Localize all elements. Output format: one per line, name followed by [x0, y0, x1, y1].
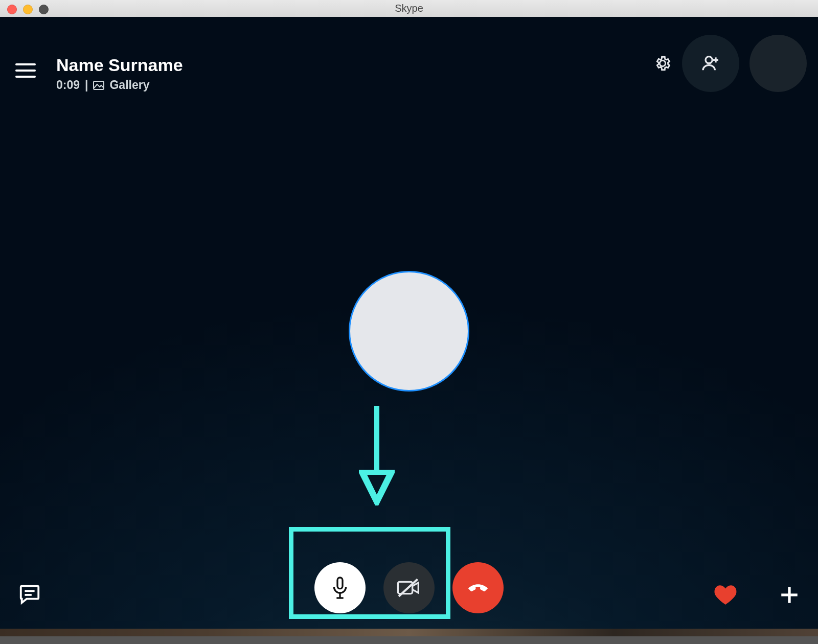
add-participant-button[interactable] — [682, 35, 739, 92]
open-chat-button[interactable] — [18, 582, 41, 606]
view-mode-label[interactable]: Gallery — [109, 78, 149, 92]
meta-separator: | — [85, 78, 88, 92]
heart-icon — [712, 582, 739, 606]
window-titlebar: Skype — [0, 0, 818, 17]
call-duration: 0:09 — [56, 78, 80, 92]
call-controls — [314, 562, 504, 613]
more-actions-button[interactable] — [779, 584, 800, 606]
window-title: Skype — [0, 3, 818, 14]
call-meta: 0:09 | Gallery — [56, 78, 149, 92]
svg-rect-11 — [337, 578, 343, 589]
menu-button[interactable] — [15, 63, 36, 78]
toggle-camera-button[interactable] — [383, 562, 435, 613]
gallery-icon — [93, 81, 104, 90]
self-preview[interactable] — [749, 35, 807, 92]
annotation-arrow — [359, 403, 395, 505]
settings-button[interactable] — [653, 54, 672, 73]
microphone-icon — [330, 576, 350, 600]
contact-name: Name Surname — [56, 55, 183, 75]
add-person-icon — [700, 53, 721, 74]
end-call-button[interactable] — [452, 562, 504, 613]
cropped-background-hint — [0, 629, 818, 636]
camera-off-icon — [396, 578, 422, 598]
mute-microphone-button[interactable] — [314, 562, 366, 613]
participant-avatar — [349, 271, 469, 392]
gear-icon — [654, 55, 671, 72]
chat-icon — [18, 582, 41, 606]
send-reaction-button[interactable] — [712, 582, 739, 606]
call-area: Name Surname 0:09 | Gallery — [0, 17, 818, 636]
header-actions — [653, 35, 807, 92]
bottom-bar — [0, 534, 818, 636]
svg-point-4 — [706, 57, 712, 63]
plus-icon — [779, 584, 800, 606]
svg-rect-14 — [398, 582, 412, 593]
call-header: Name Surname 0:09 | Gallery — [0, 17, 818, 104]
hangup-icon — [464, 574, 492, 602]
